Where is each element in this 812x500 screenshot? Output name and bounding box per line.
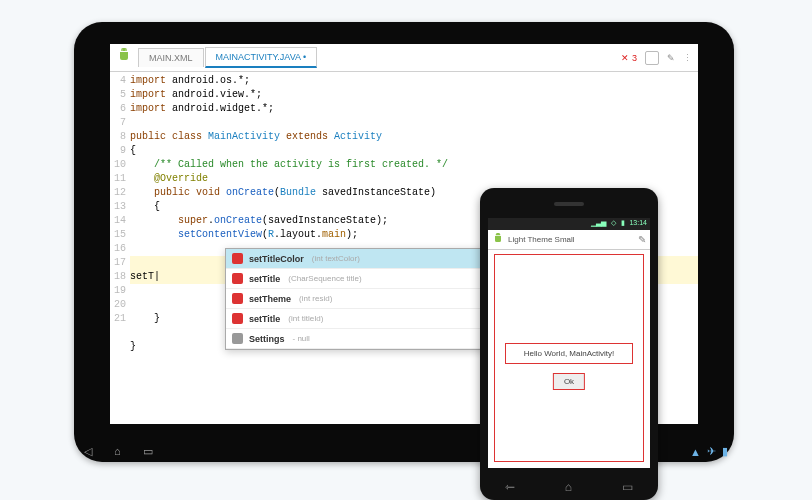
app-preview-frame: Hello World, MainActivity! Ok [494, 254, 644, 462]
tab-label: MAIN.XML [149, 53, 193, 63]
suggestion-params: (int textColor) [312, 254, 360, 263]
error-indicator[interactable]: ✕ 3 [621, 53, 637, 63]
suggestion-params: (int resid) [299, 294, 332, 303]
edit-icon[interactable]: ✎ [667, 53, 675, 63]
phone-screen: ▁▃▅ ◇ ▮ 13:14 Light Theme Small ✎ Hello … [488, 218, 650, 468]
app-logo-icon [492, 233, 504, 247]
ok-button[interactable]: Ok [553, 373, 585, 390]
svg-point-0 [121, 49, 122, 50]
suggestion-params: (CharSequence title) [288, 274, 361, 283]
tab-main-xml[interactable]: MAIN.XML [138, 48, 204, 67]
svg-point-1 [125, 49, 126, 50]
tab-mainactivity-java[interactable]: MAINACTIVITY.JAVA • [205, 47, 318, 68]
back-icon[interactable]: ⇽ [505, 480, 515, 494]
method-icon [232, 273, 243, 284]
home-icon[interactable]: ⌂ [114, 445, 121, 458]
airplane-icon: ✈ [707, 445, 716, 458]
wifi-icon: ◇ [611, 219, 616, 226]
line-gutter: 456789101112131415161718192021 [110, 74, 130, 354]
phone-toolbar: Light Theme Small ✎ [488, 230, 650, 250]
tab-label: MAINACTIVITY.JAVA • [216, 52, 307, 62]
recent-icon[interactable]: ▭ [143, 445, 153, 458]
hello-world-text: Hello World, MainActivity! [505, 343, 633, 364]
editor-toolbar: MAIN.XML MAINACTIVITY.JAVA • ✕ 3 ✎ ⋮ [110, 44, 698, 72]
suggestion-params: - null [293, 334, 310, 343]
back-icon[interactable]: ◁ [84, 445, 92, 458]
phone-title: Light Theme Small [508, 235, 575, 244]
phone-speaker [554, 202, 584, 206]
phone-statusbar: ▁▃▅ ◇ ▮ 13:14 [488, 218, 650, 230]
suggestion-name: setTitle [249, 274, 280, 284]
suggestion-name: setTheme [249, 294, 291, 304]
recent-icon[interactable]: ▭ [622, 480, 633, 494]
battery-icon: ▮ [621, 219, 625, 226]
wifi-icon: ▲ [690, 446, 701, 458]
error-count: 3 [632, 53, 637, 63]
phone-navbar: ⇽ ⌂ ▭ [480, 480, 658, 494]
suggestion-name: Settings [249, 334, 285, 344]
status-time: 13:14 [629, 219, 647, 226]
signal-icon: ▁▃▅ [591, 219, 606, 226]
menu-icon[interactable]: ⋮ [683, 53, 692, 63]
home-icon[interactable]: ⌂ [565, 480, 572, 494]
method-icon [232, 313, 243, 324]
app-logo-icon [116, 48, 132, 67]
run-icon[interactable] [645, 51, 659, 65]
phone-device: ▁▃▅ ◇ ▮ 13:14 Light Theme Small ✎ Hello … [480, 188, 658, 500]
suggestion-name: setTitle [249, 314, 280, 324]
battery-icon: ▮ [722, 445, 728, 458]
suggestion-params: (int titleId) [288, 314, 323, 323]
suggestion-name: setTitleColor [249, 254, 304, 264]
method-icon [232, 253, 243, 264]
method-icon [232, 293, 243, 304]
edit-icon[interactable]: ✎ [638, 234, 646, 245]
settings-icon [232, 333, 243, 344]
